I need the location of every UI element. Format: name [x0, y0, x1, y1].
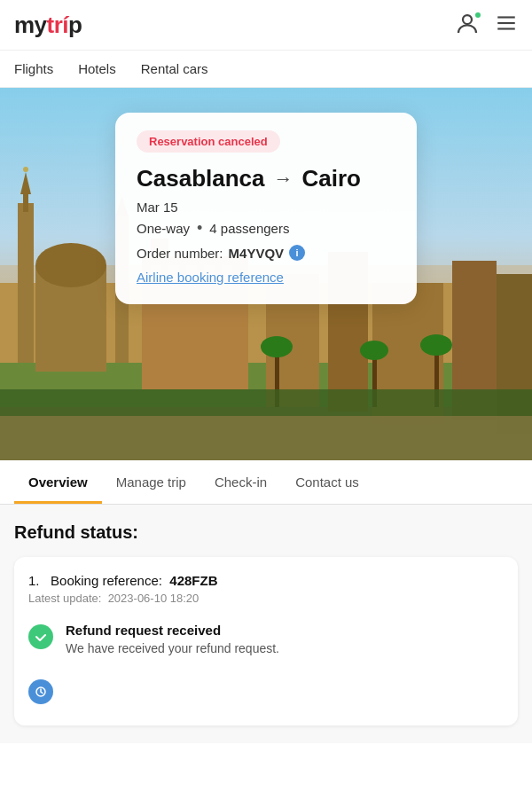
latest-update-value: 2023-06-10 18:20 [108, 592, 200, 605]
info-icon[interactable]: i [289, 245, 305, 261]
refund-section-title: Refund status: [14, 522, 518, 543]
logo: mytríp [14, 12, 82, 39]
step-success-icon [28, 624, 53, 649]
nav-tab-hotels[interactable]: Hotels [78, 51, 116, 87]
tab-manage-trip[interactable]: Manage trip [102, 460, 200, 504]
passenger-count: 4 passengers [209, 221, 289, 236]
airline-ref-link[interactable]: Airline booking reference [137, 270, 395, 285]
trip-type: One-way [137, 221, 190, 236]
logo-my: my [14, 12, 47, 38]
logo-ip: p [68, 12, 82, 38]
latest-update-label: Latest update: [28, 592, 101, 605]
item-number: 1. [28, 573, 40, 588]
header: mytríp [0, 0, 532, 51]
section-tabs: Overview Manage trip Check-in Contact us [0, 460, 532, 505]
main-content: Refund status: 1. Booking reference: 428… [0, 505, 532, 743]
svg-point-30 [261, 336, 293, 357]
latest-update: Latest update: 2023-06-10 18:20 [28, 592, 504, 605]
status-badge: Reservation canceled [137, 130, 280, 153]
route-arrow-icon: → [274, 168, 293, 191]
trip-info: One-way • 4 passengers [137, 220, 395, 236]
svg-point-14 [35, 243, 106, 287]
origin: Casablanca [137, 165, 265, 192]
svg-point-12 [23, 167, 28, 172]
svg-point-0 [463, 15, 472, 24]
tab-overview[interactable]: Overview [14, 460, 102, 504]
order-label: Order number: [137, 246, 223, 261]
svg-point-32 [360, 341, 388, 360]
tab-check-in[interactable]: Check-in [200, 460, 281, 504]
nav-tab-flights[interactable]: Flights [14, 51, 53, 87]
route: Casablanca → Cairo [137, 165, 395, 192]
nav-tab-rental-cars[interactable]: Rental cars [141, 51, 208, 87]
bottom-space [0, 743, 532, 770]
menu-button[interactable] [495, 12, 518, 38]
pending-icon [35, 686, 47, 698]
step-received-title: Refund request received [66, 623, 279, 638]
booking-card: Reservation canceled Casablanca → Cairo … [115, 113, 417, 304]
separator-dot: • [197, 220, 202, 236]
booking-ref-value: 428FZB [169, 573, 217, 588]
refund-card: 1. Booking reference: 428FZB Latest upda… [14, 557, 518, 725]
checkmark-icon [35, 631, 47, 643]
travel-date: Mar 15 [137, 200, 395, 215]
step-pending-icon [28, 679, 53, 704]
refund-step-received: Refund request received We have received… [28, 617, 504, 663]
hamburger-icon [495, 12, 518, 35]
refund-item-header: 1. Booking reference: 428FZB [28, 573, 504, 588]
svg-rect-10 [23, 194, 28, 212]
logo-tr: tr [47, 12, 63, 38]
order-number: M4YVQV [229, 246, 285, 261]
hero-section: Reservation canceled Casablanca → Cairo … [0, 88, 532, 460]
tab-contact-us[interactable]: Contact us [281, 460, 373, 504]
svg-point-34 [420, 334, 452, 356]
order-row: Order number: M4YVQV i [137, 245, 395, 261]
user-online-dot [473, 11, 482, 20]
refund-step-pending [28, 672, 504, 710]
nav-tabs: Flights Hotels Rental cars [0, 51, 532, 88]
step-received-text: Refund request received We have received… [66, 623, 279, 658]
svg-rect-9 [18, 203, 34, 363]
user-icon-button[interactable] [454, 11, 482, 39]
header-icons [454, 11, 518, 39]
booking-ref-label: Booking reference: [51, 573, 162, 588]
destination: Cairo [302, 165, 361, 192]
step-received-desc: We have received your refund request. [66, 640, 279, 658]
svg-rect-36 [0, 416, 532, 460]
